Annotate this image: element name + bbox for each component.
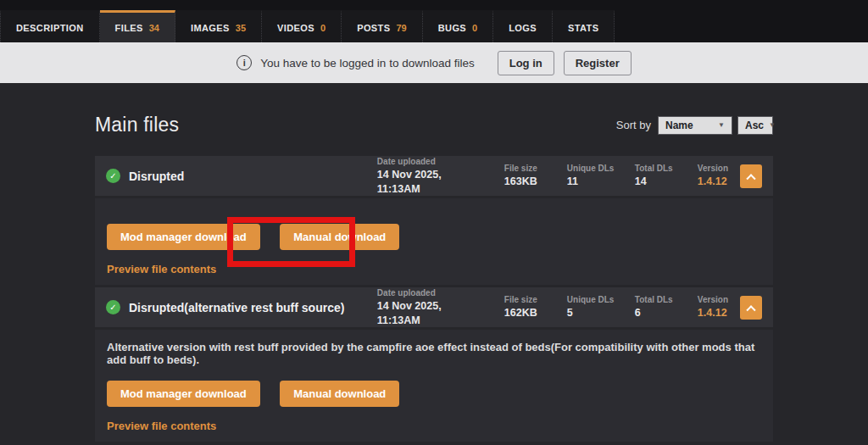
file-card-disrupted: ✓ Disrupted Date uploaded 14 Nov 2025, 1… [95,156,773,285]
check-circle-icon: ✓ [106,300,120,314]
sort-by-label: Sort by [616,119,651,131]
check-circle-icon: ✓ [106,169,120,183]
meta-total-dls: Total DLs 6 [635,294,679,320]
meta-value: 14 Nov 2025, 11:13AM [377,168,486,196]
heading-row: Main files Sort by Name ▼ Asc ▼ [95,83,773,136]
tab-count-badge: 35 [236,23,246,33]
meta-label: Date uploaded [377,287,486,299]
tab-count-badge: 34 [149,23,159,33]
tab-files[interactable]: FILES 34 [100,10,175,42]
tab-bar: DESCRIPTION FILES 34 IMAGES 35 VIDEOS 0 … [0,0,868,42]
file-name: Disrupted [129,170,184,183]
meta-unique-dls: Unique DLs 11 [567,163,616,188]
tab-logs[interactable]: LOGS [493,10,553,42]
tab-count-badge: 79 [396,23,406,33]
file-meta: Date uploaded 14 Nov 2025, 11:13AM File … [377,287,740,327]
manual-download-button[interactable]: Manual download [280,224,399,250]
file-header[interactable]: ✓ Disrupted(alternative rest buff source… [95,287,773,327]
file-header[interactable]: ✓ Disrupted Date uploaded 14 Nov 2025, 1… [95,156,773,196]
meta-label: Date uploaded [377,156,486,168]
files-page: Main files Sort by Name ▼ Asc ▼ ✓ Disrup… [0,83,868,445]
file-name: Disrupted(alternative rest buff source) [129,301,344,314]
login-notice-text: You have to be logged in to download fil… [260,57,474,70]
tab-images[interactable]: IMAGES 35 [175,10,262,42]
page-title: Main files [95,114,179,136]
chevron-up-icon [746,174,755,183]
meta-value: 1.4.12 [698,306,728,320]
tab-count-badge: 0 [472,23,477,33]
meta-file-size: File size 162KB [504,294,548,320]
meta-value: 163KB [504,175,548,188]
tab-label: DESCRIPTION [16,23,84,33]
meta-value: 14 [635,175,679,188]
tab-count-badge: 0 [320,23,326,33]
meta-version: Version 1.4.12 [698,294,728,320]
meta-label: Total DLs [635,163,679,175]
tab-label: STATS [568,23,598,33]
meta-label: Total DLs [635,294,679,306]
preview-file-contents-link[interactable]: Preview file contents [107,420,216,432]
meta-label: Version [698,163,728,175]
meta-label: Version [698,294,728,306]
meta-label: Unique DLs [567,163,616,175]
meta-value: 6 [635,306,679,320]
log-in-button[interactable]: Log in [498,51,554,75]
meta-unique-dls: Unique DLs 5 [567,294,616,320]
meta-date-uploaded: Date uploaded 14 Nov 2025, 11:13AM [377,156,486,196]
meta-value: 11 [567,175,616,188]
download-buttons-row: Mod manager download Manual download [107,198,761,250]
chevron-down-icon: ▼ [718,121,725,129]
tab-videos[interactable]: VIDEOS 0 [262,10,342,42]
login-notice-bar: i You have to be logged in to download f… [0,42,868,83]
chevron-up-icon [746,305,755,314]
mod-manager-download-button[interactable]: Mod manager download [107,224,260,250]
meta-version: Version 1.4.12 [698,163,728,188]
sort-controls: Sort by Name ▼ Asc ▼ [616,116,773,135]
tab-label: IMAGES [191,23,230,33]
collapse-button[interactable] [740,164,762,188]
meta-value: 5 [567,306,616,320]
manual-download-button[interactable]: Manual download [280,381,399,407]
mod-manager-download-button[interactable]: Mod manager download [107,381,260,407]
chevron-down-icon: ▼ [769,121,776,129]
meta-file-size: File size 163KB [504,163,548,188]
tab-label: BUGS [438,23,466,33]
tab-description[interactable]: DESCRIPTION [0,10,100,42]
tab-label: VIDEOS [277,23,314,33]
file-card-disrupted-alternative: ✓ Disrupted(alternative rest buff source… [95,287,773,442]
tab-posts[interactable]: POSTS 79 [342,10,423,42]
sort-direction-value: Asc [745,120,764,131]
file-body: Alternative version with rest buff provi… [95,330,773,442]
tab-label: POSTS [357,23,390,33]
meta-total-dls: Total DLs 14 [635,163,679,188]
meta-value: 1.4.12 [698,175,728,188]
register-button[interactable]: Register [564,51,632,75]
meta-label: File size [504,294,548,306]
sort-field-value: Name [665,120,693,131]
tab-label: LOGS [509,23,537,33]
meta-value: 14 Nov 2025, 11:13AM [377,299,486,327]
tab-label: FILES [115,23,143,33]
info-icon: i [236,55,252,70]
meta-label: File size [504,163,548,175]
file-meta: Date uploaded 14 Nov 2025, 11:13AM File … [377,156,740,196]
sort-field-dropdown[interactable]: Name ▼ [658,116,732,135]
download-buttons-row: Mod manager download Manual download [107,366,761,407]
file-body: Mod manager download Manual download Pre… [95,198,773,285]
meta-date-uploaded: Date uploaded 14 Nov 2025, 11:13AM [377,287,486,327]
sort-direction-dropdown[interactable]: Asc ▼ [737,116,773,135]
collapse-button[interactable] [740,296,762,320]
preview-file-contents-link[interactable]: Preview file contents [107,263,216,275]
tab-bugs[interactable]: BUGS 0 [423,10,494,42]
meta-value: 162KB [504,306,548,320]
meta-label: Unique DLs [567,294,616,306]
tab-stats[interactable]: STATS [553,10,615,42]
file-description: Alternative version with rest buff provi… [107,330,761,366]
